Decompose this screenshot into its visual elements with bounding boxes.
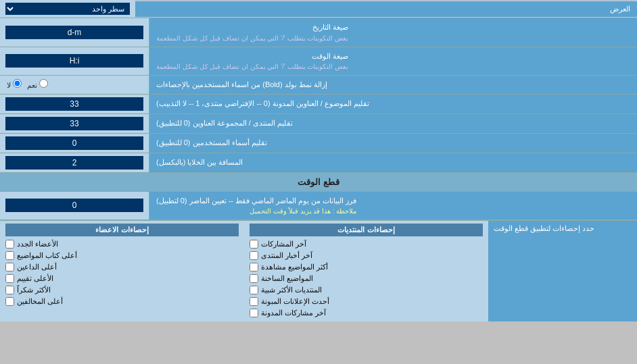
col1-checkbox-6[interactable] bbox=[250, 297, 258, 306]
col2-item-1: الأعضاء الجدد bbox=[5, 238, 239, 250]
stats-apply-label: حدد إحصاءات لتطبيق قطع الوقت bbox=[488, 221, 637, 321]
col2-checkbox-1[interactable] bbox=[5, 240, 14, 249]
col1-item-7: آخر مشاركات المدونة bbox=[250, 307, 483, 319]
titles-input-cell bbox=[0, 95, 149, 113]
col1-item-2: آخر أخبار المنتدى bbox=[250, 250, 483, 261]
spacing-input[interactable] bbox=[5, 156, 143, 170]
titles-row: تقليم الموضوع / العناوين المدونة (0 -- ا… bbox=[0, 95, 637, 114]
time-section-header: قطع الوقت bbox=[0, 173, 637, 191]
col2-item-4: الأعلى تقييم bbox=[5, 273, 239, 284]
time-cut-label: فرز البيانات من يوم الماضر الماضي فقط --… bbox=[149, 192, 637, 220]
display-mode-select-cell: سطر واحد bbox=[0, 0, 135, 18]
time-cut-input-cell bbox=[0, 192, 149, 220]
col1-checkbox-1[interactable] bbox=[250, 240, 258, 249]
checkboxes-section: حدد إحصاءات لتطبيق قطع الوقت إحصاءات الم… bbox=[0, 220, 637, 321]
col1-checkbox-3[interactable] bbox=[250, 263, 258, 271]
usernames-input-cell bbox=[0, 134, 149, 153]
spacing-input-cell bbox=[0, 153, 149, 172]
col1-checkbox-7[interactable] bbox=[250, 309, 258, 317]
col1-item-3: أكثر المواضيع مشاهدة bbox=[250, 261, 483, 273]
time-format-input-cell bbox=[0, 47, 149, 76]
time-cut-row: فرز البيانات من يوم الماضر الماضي فقط --… bbox=[0, 192, 637, 221]
col1-checkbox-5[interactable] bbox=[250, 286, 258, 294]
bold-label: إزالة نمط بولد (Bold) من اسماء المستخدمي… bbox=[149, 76, 637, 94]
col2-checkbox-2[interactable] bbox=[5, 251, 14, 260]
date-format-input[interactable] bbox=[5, 26, 143, 39]
usernames-row: تقليم أسماء المستخدمين (0 للتطبيق) bbox=[0, 134, 637, 153]
col1-item-4: المواضيع الساخنة bbox=[250, 273, 483, 284]
bold-yes-label: نعم bbox=[27, 79, 48, 90]
forum-titles-input-cell bbox=[0, 114, 149, 133]
display-mode-select[interactable]: سطر واحد bbox=[5, 3, 130, 15]
date-format-row: صيغة التاريخ بعض التكوينات يتطلب '/' الت… bbox=[0, 18, 637, 47]
usernames-input[interactable] bbox=[5, 136, 143, 150]
forum-titles-row: تقليم المنتدى / المجموعة العناوين (0 للت… bbox=[0, 114, 637, 134]
date-format-input-cell bbox=[0, 18, 149, 47]
bold-no-label: لا bbox=[7, 79, 22, 90]
checkbox-columns: إحصاءات المنتديات آخر المشاركات آخر أخبا… bbox=[0, 221, 488, 321]
bold-no-radio[interactable] bbox=[13, 79, 22, 88]
col1: إحصاءات المنتديات آخر المشاركات آخر أخبا… bbox=[244, 221, 488, 321]
display-mode-row: العرض سطر واحد bbox=[0, 0, 637, 18]
bold-yes-radio[interactable] bbox=[39, 79, 48, 88]
col1-header: إحصاءات المنتديات bbox=[250, 224, 483, 236]
forum-titles-input[interactable] bbox=[5, 117, 143, 130]
col1-item-5: المنتديات الأكثر شبية bbox=[250, 284, 483, 296]
col2-item-6: أعلى المخالفين bbox=[5, 296, 239, 307]
spacing-label: المسافة بين الخلايا (بالبكسل) bbox=[149, 153, 637, 172]
bold-radio-cell: نعم لا bbox=[0, 76, 149, 94]
usernames-label: تقليم أسماء المستخدمين (0 للتطبيق) bbox=[149, 134, 637, 153]
time-format-label: صيغة الوقت بعض التكوينات يتطلب '/' التي … bbox=[149, 47, 637, 76]
titles-label: تقليم الموضوع / العناوين المدونة (0 -- ا… bbox=[149, 95, 637, 113]
col2-item-5: الأكثر شكراً bbox=[5, 284, 239, 296]
col1-checkbox-4[interactable] bbox=[250, 274, 258, 283]
forum-titles-label: تقليم المنتدى / المجموعة العناوين (0 للت… bbox=[149, 114, 637, 133]
time-format-input[interactable] bbox=[5, 54, 143, 68]
col2-header: إحصاءات الاعضاء bbox=[5, 224, 239, 236]
time-cut-input[interactable] bbox=[5, 199, 143, 212]
bold-row: إزالة نمط بولد (Bold) من اسماء المستخدمي… bbox=[0, 76, 637, 95]
col1-item-1: آخر المشاركات bbox=[250, 238, 483, 250]
titles-input[interactable] bbox=[5, 97, 143, 111]
time-format-row: صيغة الوقت بعض التكوينات يتطلب '/' التي … bbox=[0, 47, 637, 76]
col1-checkbox-2[interactable] bbox=[250, 251, 258, 260]
col2-checkbox-6[interactable] bbox=[5, 297, 14, 306]
col2-item-3: أعلى الداعين bbox=[5, 261, 239, 273]
display-mode-label: العرض bbox=[135, 1, 637, 17]
col2-checkbox-3[interactable] bbox=[5, 263, 14, 271]
col2-checkbox-5[interactable] bbox=[5, 286, 14, 294]
col2-checkbox-4[interactable] bbox=[5, 274, 14, 283]
time-section-row: قطع الوقت bbox=[0, 173, 637, 192]
col2-item-2: أعلى كتاب المواضيع bbox=[5, 250, 239, 261]
col1-item-6: أحدث الإعلانات المبونة bbox=[250, 296, 483, 307]
spacing-row: المسافة بين الخلايا (بالبكسل) bbox=[0, 153, 637, 173]
date-format-label: صيغة التاريخ بعض التكوينات يتطلب '/' الت… bbox=[149, 18, 637, 47]
col2: إحصاءات الاعضاء الأعضاء الجدد أعلى كتاب … bbox=[0, 221, 244, 321]
